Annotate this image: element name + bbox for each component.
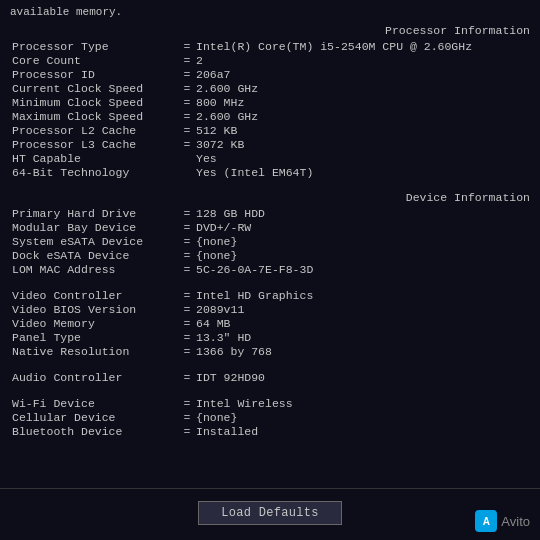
row-value: 206a7 bbox=[194, 67, 530, 81]
table-row: Panel Type=13.3" HD bbox=[10, 330, 530, 344]
row-value: 512 KB bbox=[194, 123, 530, 137]
table-row: Core Count=2 bbox=[10, 53, 530, 67]
wireless-table: Wi-Fi Device=Intel WirelessCellular Devi… bbox=[10, 396, 530, 438]
table-row: Native Resolution=1366 by 768 bbox=[10, 344, 530, 358]
row-equals: = bbox=[180, 220, 194, 234]
row-label: Panel Type bbox=[10, 330, 180, 344]
table-row: Modular Bay Device=DVD+/-RW bbox=[10, 220, 530, 234]
row-equals bbox=[180, 151, 194, 165]
row-equals: = bbox=[180, 396, 194, 410]
row-label: Cellular Device bbox=[10, 410, 180, 424]
row-equals: = bbox=[180, 206, 194, 220]
processor-table: Processor Type=Intel(R) Core(TM) i5-2540… bbox=[10, 39, 530, 179]
row-equals: = bbox=[180, 234, 194, 248]
table-row: Processor Type=Intel(R) Core(TM) i5-2540… bbox=[10, 39, 530, 53]
table-row: System eSATA Device={none} bbox=[10, 234, 530, 248]
row-label: Processor L3 Cache bbox=[10, 137, 180, 151]
row-label: Bluetooth Device bbox=[10, 424, 180, 438]
table-row: Video BIOS Version=2089v11 bbox=[10, 302, 530, 316]
row-equals: = bbox=[180, 137, 194, 151]
table-row: Bluetooth Device=Installed bbox=[10, 424, 530, 438]
row-equals: = bbox=[180, 316, 194, 330]
row-equals: = bbox=[180, 370, 194, 384]
row-value: 64 MB bbox=[194, 316, 530, 330]
row-equals: = bbox=[180, 39, 194, 53]
table-row: Primary Hard Drive=128 GB HDD bbox=[10, 206, 530, 220]
row-value: 2089v11 bbox=[194, 302, 530, 316]
row-label: Video Controller bbox=[10, 288, 180, 302]
row-equals: = bbox=[180, 67, 194, 81]
processor-section-header: Processor Information bbox=[10, 24, 530, 37]
row-value: {none} bbox=[194, 248, 530, 262]
row-equals: = bbox=[180, 262, 194, 276]
row-value: 128 GB HDD bbox=[194, 206, 530, 220]
row-equals: = bbox=[180, 81, 194, 95]
row-label: Minimum Clock Speed bbox=[10, 95, 180, 109]
row-label: Wi-Fi Device bbox=[10, 396, 180, 410]
row-value: Yes (Intel EM64T) bbox=[194, 165, 530, 179]
avito-text: Avito bbox=[501, 514, 530, 529]
device-table: Primary Hard Drive=128 GB HDDModular Bay… bbox=[10, 206, 530, 276]
row-value: 3072 KB bbox=[194, 137, 530, 151]
row-equals: = bbox=[180, 410, 194, 424]
row-value: DVD+/-RW bbox=[194, 220, 530, 234]
row-label: Native Resolution bbox=[10, 344, 180, 358]
row-label: Dock eSATA Device bbox=[10, 248, 180, 262]
audio-table: Audio Controller=IDT 92HD90 bbox=[10, 370, 530, 384]
row-value: Yes bbox=[194, 151, 530, 165]
table-row: Cellular Device={none} bbox=[10, 410, 530, 424]
table-row: Video Controller=Intel HD Graphics bbox=[10, 288, 530, 302]
device-section-header: Device Information bbox=[10, 191, 530, 204]
row-value: 5C-26-0A-7E-F8-3D bbox=[194, 262, 530, 276]
available-memory-text: available memory. bbox=[10, 6, 122, 18]
row-label: Current Clock Speed bbox=[10, 81, 180, 95]
row-label: 64-Bit Technology bbox=[10, 165, 180, 179]
row-equals: = bbox=[180, 288, 194, 302]
row-equals: = bbox=[180, 123, 194, 137]
load-defaults-button[interactable]: Load Defaults bbox=[198, 501, 342, 525]
table-row: Processor ID=206a7 bbox=[10, 67, 530, 81]
table-row: Audio Controller=IDT 92HD90 bbox=[10, 370, 530, 384]
avito-logo-icon: A bbox=[475, 510, 497, 532]
row-equals: = bbox=[180, 53, 194, 67]
row-equals: = bbox=[180, 95, 194, 109]
row-value: Installed bbox=[194, 424, 530, 438]
table-row: Maximum Clock Speed=2.600 GHz bbox=[10, 109, 530, 123]
row-value: {none} bbox=[194, 234, 530, 248]
row-equals: = bbox=[180, 248, 194, 262]
row-value: Intel HD Graphics bbox=[194, 288, 530, 302]
row-value: Intel Wireless bbox=[194, 396, 530, 410]
row-equals: = bbox=[180, 302, 194, 316]
row-value: 13.3" HD bbox=[194, 330, 530, 344]
table-row: LOM MAC Address=5C-26-0A-7E-F8-3D bbox=[10, 262, 530, 276]
table-row: Minimum Clock Speed=800 MHz bbox=[10, 95, 530, 109]
row-label: System eSATA Device bbox=[10, 234, 180, 248]
row-label: Processor Type bbox=[10, 39, 180, 53]
top-bar: available memory. bbox=[0, 0, 540, 20]
row-value: 2.600 GHz bbox=[194, 109, 530, 123]
table-row: Processor L2 Cache=512 KB bbox=[10, 123, 530, 137]
row-value: {none} bbox=[194, 410, 530, 424]
row-value: Intel(R) Core(TM) i5-2540M CPU @ 2.60GHz bbox=[194, 39, 530, 53]
row-equals: = bbox=[180, 330, 194, 344]
table-row: Dock eSATA Device={none} bbox=[10, 248, 530, 262]
table-row: Video Memory=64 MB bbox=[10, 316, 530, 330]
row-equals bbox=[180, 165, 194, 179]
row-value: 800 MHz bbox=[194, 95, 530, 109]
bios-screen: available memory. Processor Information … bbox=[0, 0, 540, 540]
row-label: Core Count bbox=[10, 53, 180, 67]
row-equals: = bbox=[180, 109, 194, 123]
bottom-bar: Load Defaults A Avito bbox=[0, 488, 540, 540]
content-area: Processor Information Processor Type=Int… bbox=[0, 20, 540, 488]
row-value: IDT 92HD90 bbox=[194, 370, 530, 384]
row-value: 2.600 GHz bbox=[194, 81, 530, 95]
row-equals: = bbox=[180, 344, 194, 358]
row-label: Video Memory bbox=[10, 316, 180, 330]
row-label: Modular Bay Device bbox=[10, 220, 180, 234]
row-label: Processor ID bbox=[10, 67, 180, 81]
video-table: Video Controller=Intel HD GraphicsVideo … bbox=[10, 288, 530, 358]
row-value: 2 bbox=[194, 53, 530, 67]
row-label: HT Capable bbox=[10, 151, 180, 165]
row-label: Audio Controller bbox=[10, 370, 180, 384]
row-label: Maximum Clock Speed bbox=[10, 109, 180, 123]
